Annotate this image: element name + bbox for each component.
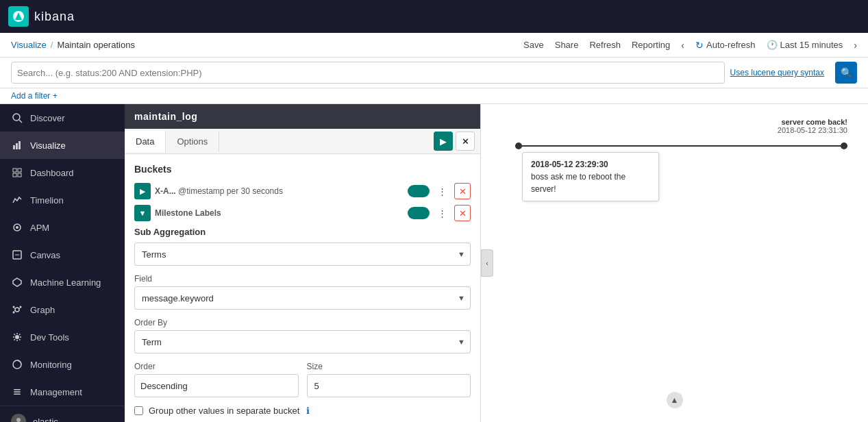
sidebar-item-ml[interactable]: Machine Learning [0, 269, 125, 296]
sidebar-graph-label: Graph [30, 305, 55, 315]
order-by-label: Order By [134, 318, 471, 327]
sidebar-item-apm[interactable]: APM [0, 214, 125, 241]
annotation-time: 2018-05-12 23:31:30 [778, 126, 847, 134]
bucket-drag-xaxis[interactable]: ▶ [134, 183, 151, 199]
ml-icon [11, 276, 23, 288]
save-button[interactable]: Save [523, 40, 544, 50]
graph-icon [11, 303, 23, 316]
viz-scroll-up-button[interactable]: ▲ [667, 392, 683, 408]
bucket-drag-milestone[interactable]: ▼ [134, 205, 151, 221]
svg-rect-25 [14, 389, 21, 390]
size-input[interactable] [307, 374, 471, 397]
discard-button[interactable]: ✕ [456, 132, 475, 151]
sub-agg-title: Sub Aggregation [134, 227, 471, 237]
order-by-select[interactable]: Term Alphabetical Count [134, 330, 471, 353]
breadcrumb-bar: Visualize / Maintain operations Save Sha… [0, 33, 868, 58]
sidebar-item-monitoring[interactable]: Monitoring [0, 351, 125, 378]
field-select[interactable]: message.keyword @timestamp host [134, 286, 471, 310]
reporting-button[interactable]: Reporting [632, 40, 670, 50]
svg-rect-26 [14, 391, 21, 393]
auto-refresh-button[interactable]: ↻ Auto-refresh [695, 40, 756, 51]
search-button[interactable]: 🔍 [835, 62, 857, 84]
time-range-button[interactable]: 🕐 Last 15 minutes [767, 40, 843, 50]
top-bar: kibana [0, 0, 868, 33]
sidebar-item-canvas[interactable]: Canvas [0, 241, 125, 269]
svg-rect-4 [13, 145, 15, 149]
sub-agg-select-wrap: Terms Filters Range Date Range ▼ [134, 243, 471, 266]
svg-line-22 [14, 310, 15, 312]
management-icon [11, 386, 23, 398]
sidebar-discover-label: Discover [30, 113, 65, 123]
bucket-delete-xaxis[interactable]: ✕ [454, 183, 471, 199]
bucket-delete-milestone[interactable]: ✕ [454, 205, 471, 221]
sidebar-dashboard-label: Dashboard [30, 168, 74, 178]
sidebar-canvas-label: Canvas [30, 250, 60, 260]
annotation-label: server come back! [778, 118, 847, 126]
tab-data[interactable]: Data [125, 131, 166, 152]
bucket-edit-xaxis[interactable]: ⋮ [434, 183, 450, 199]
svg-point-28 [16, 418, 21, 422]
sidebar-item-management[interactable]: Management [0, 378, 125, 406]
svg-rect-9 [13, 173, 16, 177]
svg-rect-10 [18, 173, 21, 177]
sidebar-item-dashboard[interactable]: Dashboard [0, 159, 125, 186]
sidebar-management-label: Management [30, 387, 82, 397]
search-input-wrap [11, 62, 725, 84]
left-tabs: Data Options ▶ ✕ [125, 129, 480, 154]
sidebar-item-devtools[interactable]: Dev Tools [0, 323, 125, 351]
visualize-icon [11, 139, 23, 151]
order-select[interactable]: Descending Ascending [134, 374, 299, 397]
timeline-dot-end [841, 142, 847, 149]
tab-options[interactable]: Options [166, 131, 219, 152]
breadcrumb-visualize-link[interactable]: Visualize [11, 40, 47, 50]
lucene-link[interactable]: Uses lucene query syntax [730, 68, 824, 77]
bucket-label-milestone: Milestone Labels [155, 208, 404, 218]
size-col: Size [307, 362, 471, 397]
group-other-checkbox[interactable] [134, 406, 143, 415]
svg-point-23 [15, 335, 19, 339]
clock-icon: 🕐 [767, 40, 778, 50]
bucket-row-milestone: ▼ Milestone Labels ⋮ ✕ [134, 205, 471, 221]
breadcrumb-separator: / [51, 40, 53, 50]
bucket-label-xaxis: X-A... @timestamp per 30 seconds [155, 186, 404, 196]
time-range-label: Last 15 minutes [780, 40, 843, 50]
next-arrow[interactable]: › [854, 40, 857, 51]
bubble-text: boss ask me to reboot the server! [531, 171, 650, 195]
group-other-checkbox-row: Group other values in separate bucket ℹ [134, 406, 471, 416]
bucket-edit-milestone[interactable]: ⋮ [434, 205, 450, 221]
svg-marker-15 [13, 278, 21, 286]
sidebar: Discover Visualize Dashboard Timelion AP… [0, 104, 125, 422]
share-button[interactable]: Share [555, 40, 579, 50]
filter-bar[interactable]: Add a filter + [0, 88, 868, 104]
field-select-wrap: message.keyword @timestamp host ▼ [134, 286, 471, 310]
sidebar-item-graph[interactable]: Graph [0, 296, 125, 323]
prev-arrow[interactable]: ‹ [681, 40, 684, 51]
sidebar-visualize-label: Visualize [30, 140, 66, 151]
svg-rect-8 [18, 169, 21, 172]
sidebar-item-timelion[interactable]: Timelion [0, 186, 125, 214]
order-label: Order [134, 362, 299, 371]
svg-line-20 [14, 308, 15, 309]
viz-content: server come back! 2018-05-12 23:31:30 20… [481, 104, 868, 422]
sidebar-user-elastic[interactable]: elastic [0, 406, 125, 422]
add-filter-label[interactable]: Add a filter + [11, 91, 58, 101]
viz-timeline [515, 145, 847, 147]
top-actions: Save Share Refresh Reporting ‹ ↻ Auto-re… [523, 40, 857, 51]
group-other-info-icon[interactable]: ℹ [306, 406, 310, 416]
timelion-icon [11, 194, 23, 206]
sidebar-timelion-label: Timelion [30, 195, 64, 206]
search-input[interactable] [17, 68, 719, 78]
viz-annotation-bubble: 2018-05-12 23:29:30 boss ask me to reboo… [522, 152, 659, 201]
viz-collapse-button[interactable]: ‹ [481, 249, 493, 277]
bucket-row-xaxis: ▶ X-A... @timestamp per 30 seconds ⋮ ✕ [134, 183, 471, 199]
refresh-button[interactable]: Refresh [589, 40, 621, 50]
sub-agg-select[interactable]: Terms Filters Range Date Range [134, 243, 471, 266]
play-button[interactable]: ▶ [434, 132, 453, 151]
left-tab-actions: ▶ ✕ [428, 129, 480, 153]
sidebar-apm-label: APM [30, 223, 49, 233]
bucket-toggle-xaxis[interactable] [408, 185, 430, 197]
bucket-toggle-milestone[interactable] [408, 207, 430, 219]
sidebar-item-visualize[interactable]: Visualize [0, 132, 125, 159]
sidebar-item-discover[interactable]: Discover [0, 104, 125, 132]
nav-arrows-right: › [854, 40, 857, 51]
